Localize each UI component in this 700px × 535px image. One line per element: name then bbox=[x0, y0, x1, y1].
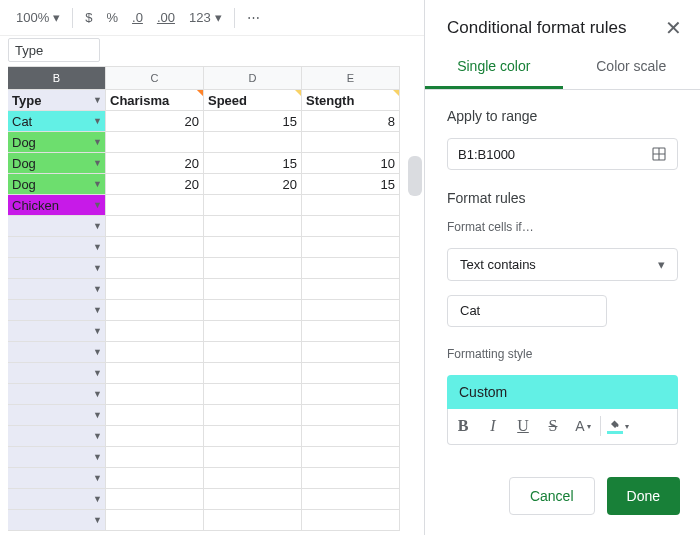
cancel-button[interactable]: Cancel bbox=[509, 477, 595, 515]
tab-color-scale[interactable]: Color scale bbox=[563, 46, 701, 89]
increase-decimal-button[interactable]: .00 bbox=[151, 4, 181, 32]
cell[interactable] bbox=[302, 489, 400, 510]
cell[interactable] bbox=[302, 405, 400, 426]
cell[interactable] bbox=[302, 132, 400, 153]
cell[interactable] bbox=[204, 300, 302, 321]
col-header-d[interactable]: D bbox=[204, 66, 302, 90]
cell[interactable] bbox=[204, 510, 302, 531]
condition-value-input[interactable]: Cat bbox=[447, 295, 607, 327]
cell[interactable] bbox=[302, 279, 400, 300]
more-toolbar-button[interactable]: ⋯ bbox=[241, 4, 266, 32]
cell[interactable]: Dog▼ bbox=[8, 132, 106, 153]
cell[interactable] bbox=[106, 216, 204, 237]
dropdown-icon[interactable]: ▼ bbox=[93, 473, 102, 483]
cell[interactable] bbox=[204, 237, 302, 258]
cell[interactable]: Stength bbox=[302, 90, 400, 111]
cell[interactable] bbox=[106, 279, 204, 300]
dropdown-icon[interactable]: ▼ bbox=[93, 410, 102, 420]
col-header-b[interactable]: B bbox=[8, 66, 106, 90]
cell[interactable]: 20 bbox=[106, 153, 204, 174]
dropdown-icon[interactable]: ▼ bbox=[93, 137, 102, 147]
dropdown-icon[interactable]: ▼ bbox=[93, 200, 102, 210]
dropdown-icon[interactable]: ▼ bbox=[93, 494, 102, 504]
zoom-dropdown[interactable]: 100%▾ bbox=[10, 4, 66, 32]
cell[interactable] bbox=[106, 300, 204, 321]
cell[interactable]: 8 bbox=[302, 111, 400, 132]
cell[interactable] bbox=[106, 363, 204, 384]
cell[interactable]: ▼ bbox=[8, 447, 106, 468]
spreadsheet-grid[interactable]: B C D E Type▼CharismaSpeedStengthCat▼201… bbox=[0, 66, 424, 535]
cell[interactable]: ▼ bbox=[8, 216, 106, 237]
cell[interactable]: 15 bbox=[302, 174, 400, 195]
cell[interactable] bbox=[302, 384, 400, 405]
name-box[interactable]: Type bbox=[8, 38, 100, 62]
cell[interactable]: Charisma bbox=[106, 90, 204, 111]
cell[interactable]: 20 bbox=[204, 174, 302, 195]
cell[interactable] bbox=[302, 258, 400, 279]
cell[interactable]: ▼ bbox=[8, 489, 106, 510]
cell[interactable]: ▼ bbox=[8, 258, 106, 279]
fill-color-button[interactable]: ▾ bbox=[603, 409, 633, 444]
cell[interactable]: Chicken▼ bbox=[8, 195, 106, 216]
cell[interactable] bbox=[204, 258, 302, 279]
percent-button[interactable]: % bbox=[100, 4, 124, 32]
cell[interactable] bbox=[106, 468, 204, 489]
dropdown-icon[interactable]: ▼ bbox=[93, 284, 102, 294]
cell[interactable] bbox=[204, 468, 302, 489]
cell[interactable] bbox=[204, 195, 302, 216]
cell[interactable] bbox=[302, 510, 400, 531]
done-button[interactable]: Done bbox=[607, 477, 680, 515]
cell[interactable] bbox=[302, 321, 400, 342]
cell[interactable] bbox=[302, 195, 400, 216]
cell[interactable] bbox=[302, 468, 400, 489]
cell[interactable]: 15 bbox=[204, 153, 302, 174]
cell[interactable]: 20 bbox=[106, 111, 204, 132]
italic-button[interactable]: I bbox=[478, 409, 508, 444]
dropdown-icon[interactable]: ▼ bbox=[93, 116, 102, 126]
dropdown-icon[interactable]: ▼ bbox=[93, 389, 102, 399]
cell[interactable] bbox=[106, 405, 204, 426]
dropdown-icon[interactable]: ▼ bbox=[93, 326, 102, 336]
cell[interactable] bbox=[302, 426, 400, 447]
cell[interactable] bbox=[204, 321, 302, 342]
decrease-decimal-button[interactable]: .0 bbox=[126, 4, 149, 32]
cell[interactable] bbox=[204, 279, 302, 300]
cell[interactable] bbox=[106, 237, 204, 258]
cell[interactable]: ▼ bbox=[8, 426, 106, 447]
tab-single-color[interactable]: Single color bbox=[425, 46, 563, 89]
cell[interactable]: ▼ bbox=[8, 384, 106, 405]
cell[interactable]: Cat▼ bbox=[8, 111, 106, 132]
cell[interactable] bbox=[302, 363, 400, 384]
number-format-dropdown[interactable]: 123▾ bbox=[183, 4, 228, 32]
cell[interactable]: Dog▼ bbox=[8, 153, 106, 174]
currency-button[interactable]: $ bbox=[79, 4, 98, 32]
underline-button[interactable]: U bbox=[508, 409, 538, 444]
cell[interactable]: ▼ bbox=[8, 405, 106, 426]
text-color-button[interactable]: A▾ bbox=[568, 409, 598, 444]
cell[interactable] bbox=[106, 321, 204, 342]
cell[interactable] bbox=[106, 510, 204, 531]
dropdown-icon[interactable]: ▼ bbox=[93, 242, 102, 252]
cell[interactable]: ▼ bbox=[8, 342, 106, 363]
cell[interactable] bbox=[204, 447, 302, 468]
dropdown-icon[interactable]: ▼ bbox=[93, 263, 102, 273]
strikethrough-button[interactable]: S bbox=[538, 409, 568, 444]
cell[interactable]: ▼ bbox=[8, 279, 106, 300]
dropdown-icon[interactable]: ▼ bbox=[93, 515, 102, 525]
cell[interactable]: ▼ bbox=[8, 510, 106, 531]
cell[interactable] bbox=[106, 489, 204, 510]
cell[interactable] bbox=[106, 195, 204, 216]
dropdown-icon[interactable]: ▼ bbox=[93, 347, 102, 357]
cell[interactable]: 10 bbox=[302, 153, 400, 174]
cell[interactable] bbox=[302, 216, 400, 237]
cell[interactable]: ▼ bbox=[8, 363, 106, 384]
cell[interactable]: ▼ bbox=[8, 468, 106, 489]
col-header-c[interactable]: C bbox=[106, 66, 204, 90]
style-preview[interactable]: Custom bbox=[447, 375, 678, 409]
dropdown-icon[interactable]: ▼ bbox=[93, 95, 102, 105]
close-icon[interactable]: ✕ bbox=[665, 18, 682, 38]
dropdown-icon[interactable]: ▼ bbox=[93, 158, 102, 168]
cell[interactable] bbox=[106, 258, 204, 279]
bold-button[interactable]: B bbox=[448, 409, 478, 444]
cell[interactable] bbox=[302, 237, 400, 258]
